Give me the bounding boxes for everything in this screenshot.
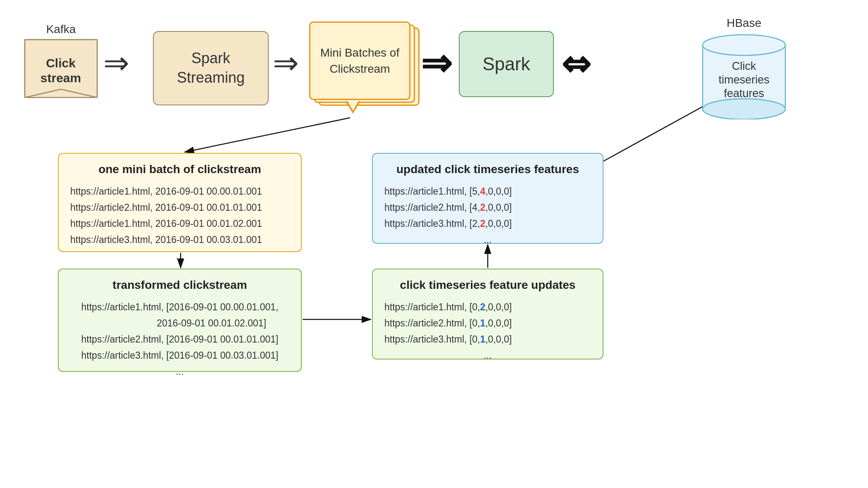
svg-text:timeseries: timeseries [718, 74, 769, 86]
kafka-shape-svg: Click stream [23, 38, 99, 110]
arrow1: ⇒ [103, 48, 129, 79]
transformed-title: transformed clickstream [70, 279, 289, 292]
arrow4: ⇔ [561, 46, 591, 81]
updated-click-content: https://article1.html, [5,4,0,0,0] https… [384, 183, 591, 248]
spark-streaming-box: Spark Streaming [153, 31, 269, 105]
kafka-label: Kafka [23, 23, 99, 36]
kafka-component: Kafka Click stream [23, 23, 99, 112]
hbase-label: HBase [699, 17, 789, 30]
updated-click-title: updated click timeseries features [384, 163, 591, 176]
spark-label: Spark [483, 54, 530, 74]
svg-text:Click: Click [46, 56, 76, 70]
spark-box: Spark [459, 31, 554, 97]
transformed-content: https://article1.html, [2016-09-01 00.00… [70, 299, 289, 380]
transformed-box: transformed clickstream https://article1… [58, 269, 302, 372]
spark-streaming-label: Spark Streaming [177, 49, 245, 88]
hbase-group: HBase Click timeseries features [699, 17, 789, 121]
svg-point-13 [703, 99, 785, 119]
svg-text:stream: stream [41, 71, 81, 85]
updated-click-box: updated click timeseries features https:… [372, 153, 603, 244]
arrow3: ⇒ [421, 45, 452, 82]
mini-batch-box: one mini batch of clickstream https://ar… [58, 153, 302, 252]
mini-batch-content: https://article1.html, 2016-09-01 00.00.… [70, 183, 289, 264]
arrow2: ⇒ [273, 48, 299, 79]
svg-point-12 [703, 35, 785, 55]
click-updates-box: click timeseries feature updates https:/… [372, 269, 603, 359]
mini-batches-label: Mini Batches ofClickstream [320, 45, 399, 77]
svg-line-2 [185, 118, 350, 152]
svg-text:Click: Click [732, 60, 756, 72]
hbase-cylinder-svg: Click timeseries features [699, 31, 789, 119]
click-updates-title: click timeseries feature updates [384, 279, 591, 292]
click-updates-content: https://article1.html, [0,2,0,0,0] https… [384, 299, 591, 364]
svg-text:features: features [724, 87, 764, 100]
diagram-container: Kafka Click stream ⇒ Spark Streaming ⇒ M… [0, 0, 868, 488]
mini-batch-title: one mini batch of clickstream [70, 163, 289, 176]
